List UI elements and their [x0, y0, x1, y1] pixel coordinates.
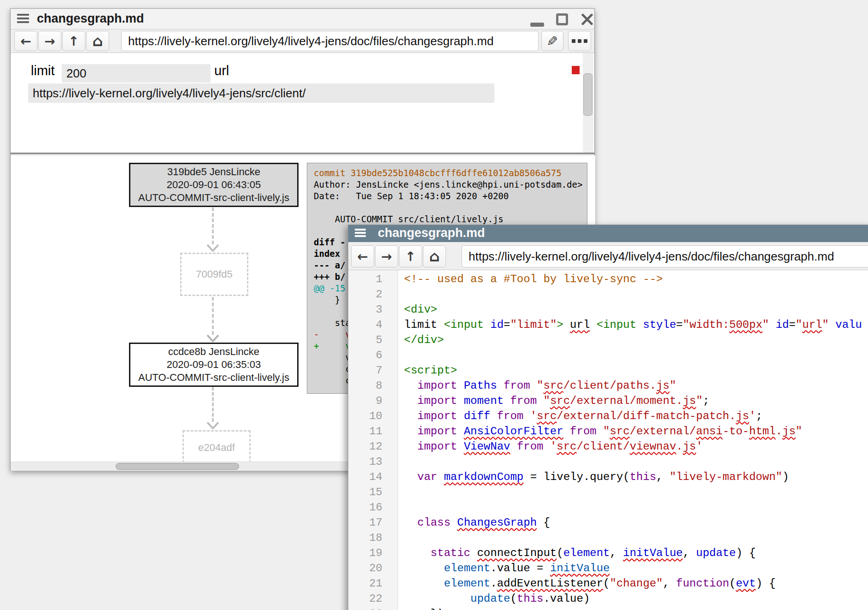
url-bar[interactable]: https://lively-kernel.org/lively4/lively…	[462, 245, 868, 267]
commit-node[interactable]: ccdce8b JensLincke 2020-09-01 06:35:03 A…	[129, 343, 299, 387]
code-token: markdownComp	[444, 471, 523, 483]
code-token: (	[729, 577, 736, 590]
code-token: .	[776, 425, 782, 438]
url-input[interactable]	[28, 83, 494, 103]
code-token: ;	[703, 395, 709, 407]
code-token: import	[417, 379, 457, 392]
home-button[interactable]: ⌂	[86, 31, 109, 51]
code-token	[404, 547, 431, 559]
code-token: "	[603, 425, 610, 438]
code-token: /external/diff-match-patch.	[557, 410, 736, 422]
commit-node-selected[interactable]: 319bde5 JensLincke 2020-09-01 06:43:05 A…	[129, 163, 299, 207]
code-line: 15	[348, 486, 868, 501]
code-token: element	[444, 577, 490, 590]
diff-line: Author: JensLincke <jens.lincke@hpi.uni-…	[314, 179, 587, 191]
line-number: 18	[348, 532, 398, 547]
back-button[interactable]: ←	[351, 245, 374, 267]
code-token: ChangesGraph	[457, 516, 537, 529]
code-token: -to-	[722, 425, 749, 438]
code-token: connectInput	[477, 547, 557, 559]
commit-stub-label: e204adf	[198, 442, 235, 454]
edit-button[interactable]: ✎	[541, 31, 563, 51]
limit-input[interactable]	[62, 64, 211, 83]
code-line: 22 update(this.value)	[348, 592, 868, 608]
home-icon: ⌂	[93, 32, 103, 50]
code-line: 8 import Paths from "src/client/paths.js…	[348, 379, 868, 395]
code-token: style	[643, 319, 676, 331]
forward-icon: →	[44, 34, 55, 49]
vertical-scrollbar-thumb[interactable]	[583, 73, 592, 116]
code-token: <!-- used as a #Tool by lively-sync -->	[404, 273, 663, 285]
more-options-button[interactable]	[568, 31, 591, 51]
code-editor[interactable]: 1<!-- used as a #Tool by lively-sync -->…	[348, 270, 868, 610]
code-token: ;	[756, 410, 762, 422]
code-token: ViewNav	[464, 440, 510, 453]
code-token: import	[417, 395, 457, 407]
code-text: import diff from 'src/external/diff-matc…	[398, 410, 762, 425]
forward-button[interactable]: →	[38, 31, 61, 51]
code-token: "	[796, 425, 802, 438]
home-button[interactable]: ⌂	[423, 245, 446, 267]
code-token: valu	[835, 319, 862, 331]
code-token: update	[470, 592, 510, 605]
code-token: (	[510, 592, 516, 605]
code-token	[490, 410, 497, 422]
graph-edge	[212, 207, 214, 244]
line-number: 15	[348, 486, 398, 501]
diff-line: Date: Tue Sep 1 18:43:05 2020 +0200	[314, 191, 587, 202]
commit-stub-node[interactable]: 7009fd5	[180, 253, 248, 296]
code-token: limit	[404, 319, 444, 331]
code-token	[404, 410, 417, 422]
url-bar[interactable]: https://lively-kernel.org/lively4/lively…	[121, 31, 539, 51]
code-line: 13	[348, 456, 868, 471]
up-button[interactable]: ↑	[62, 31, 85, 51]
code-token	[484, 319, 490, 331]
line-number: 14	[348, 471, 398, 486]
code-line: 3<div>	[348, 303, 868, 319]
code-line: 21 element.addEventListener("change", fu…	[348, 577, 868, 592]
front-window: changesgraph.md ← → ↑ ⌂ https://lively-k…	[348, 225, 868, 610]
line-number: 16	[348, 501, 398, 516]
code-token: this	[630, 471, 657, 483]
code-token: ,	[663, 577, 676, 590]
code-token	[451, 516, 457, 529]
url-label: url	[214, 63, 229, 78]
commit-stub-node[interactable]: e204adf	[182, 430, 251, 462]
code-token: src	[557, 440, 576, 453]
line-number: 8	[348, 379, 398, 395]
line-number: 13	[348, 456, 398, 471]
line-number: 7	[348, 364, 398, 379]
minimize-icon[interactable]	[530, 23, 544, 27]
up-icon: ↑	[68, 34, 79, 49]
horizontal-scrollbar-thumb[interactable]	[116, 463, 239, 470]
front-window-titlebar[interactable]: changesgraph.md	[348, 225, 868, 242]
commit-date: 2020-09-01 06:35:03	[167, 358, 261, 371]
code-text: static connectInput(element, initValue, …	[398, 547, 756, 562]
code-text: </div>	[398, 334, 444, 349]
code-token: .value)	[543, 592, 590, 605]
code-token: .value =	[490, 562, 550, 574]
code-token: .	[676, 440, 683, 453]
hamburger-menu-icon[interactable]	[17, 14, 29, 24]
code-token: "lively-markdown"	[669, 471, 782, 483]
back-window-titlebar[interactable]: changesgraph.md	[11, 9, 594, 30]
up-button[interactable]: ↑	[399, 245, 422, 267]
code-token: from	[504, 379, 530, 392]
code-text: element.value = initValue	[398, 562, 610, 577]
changes-graph-form: limit url	[11, 53, 594, 153]
up-icon: ↑	[405, 249, 416, 264]
code-line: 23 })	[348, 608, 868, 610]
home-icon: ⌂	[429, 248, 440, 265]
code-token	[597, 425, 603, 438]
code-token	[404, 425, 417, 438]
hamburger-menu-icon[interactable]	[355, 229, 366, 239]
code-text	[398, 349, 404, 364]
maximize-icon[interactable]	[556, 13, 568, 25]
code-text: limit <input id="limit"> url <input styl…	[398, 319, 862, 334]
back-button[interactable]: ←	[14, 31, 37, 51]
code-token: {	[537, 516, 550, 529]
close-icon[interactable]	[581, 13, 593, 25]
forward-button[interactable]: →	[375, 245, 398, 267]
hamburger-bar	[17, 14, 29, 16]
line-number: 5	[348, 334, 398, 349]
